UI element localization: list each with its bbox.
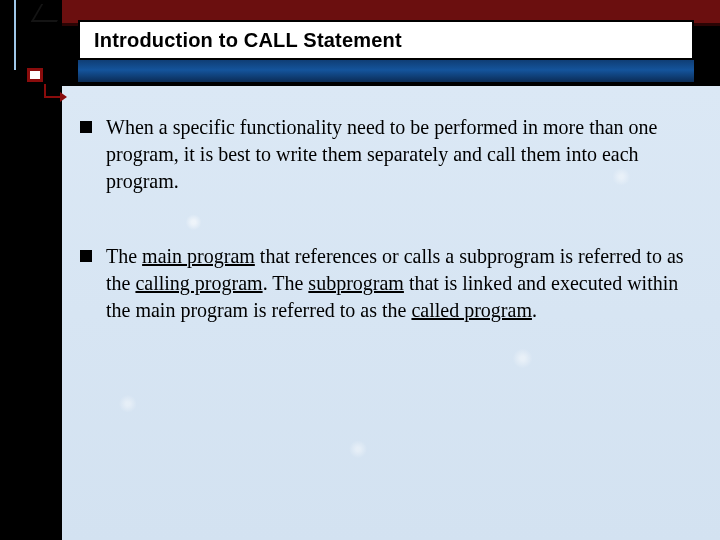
- list-item: When a specific functionality need to be…: [80, 114, 692, 195]
- left-accent-line: [14, 0, 16, 70]
- text-fragment: The: [106, 245, 142, 267]
- underlined-term: subprogram: [308, 272, 404, 294]
- title-bar: Introduction to CALL Statement: [78, 20, 694, 82]
- slide: When a specific functionality need to be…: [0, 0, 720, 540]
- text-fragment: . The: [263, 272, 309, 294]
- bullet-text-2: The main program that references or call…: [106, 243, 692, 324]
- content-area: When a specific functionality need to be…: [62, 86, 720, 540]
- bullet-text-1: When a specific functionality need to be…: [106, 114, 692, 195]
- underlined-term: calling program: [135, 272, 262, 294]
- bullet-list: When a specific functionality need to be…: [80, 114, 692, 372]
- square-bullet-icon: [80, 250, 92, 262]
- underlined-term: main program: [142, 245, 255, 267]
- title-white-band: Introduction to CALL Statement: [78, 20, 694, 60]
- side-arrow-icon: [42, 84, 66, 98]
- side-square-icon: [27, 68, 43, 82]
- text-fragment: .: [532, 299, 537, 321]
- slide-title: Introduction to CALL Statement: [94, 29, 402, 52]
- underlined-term: called program: [411, 299, 532, 321]
- list-item: The main program that references or call…: [80, 243, 692, 324]
- square-bullet-icon: [80, 121, 92, 133]
